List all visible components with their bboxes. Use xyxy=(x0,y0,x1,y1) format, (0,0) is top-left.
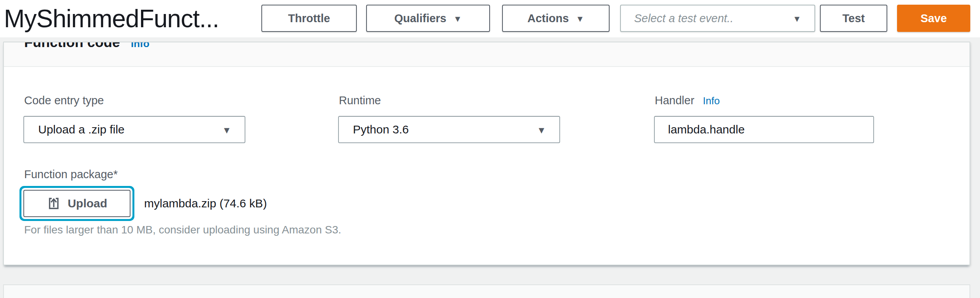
handler-label: HandlerInfo xyxy=(655,94,720,107)
save-button-label: Save xyxy=(920,12,947,25)
function-name-title: MyShimmedFunct... xyxy=(4,1,219,37)
upload-button-label: Upload xyxy=(68,197,108,210)
throttle-button-label: Throttle xyxy=(288,12,330,25)
caret-down-icon: ▼ xyxy=(453,15,462,23)
runtime-select[interactable]: Python 3.6 ▼ xyxy=(338,116,560,143)
function-code-title-text: Function code xyxy=(24,42,120,50)
actions-button-label: Actions xyxy=(527,12,569,25)
upload-button[interactable]: Upload xyxy=(23,190,130,217)
test-event-placeholder: Select a test event.. xyxy=(634,12,733,25)
caret-down-icon: ▼ xyxy=(537,126,546,135)
function-code-panel: Function codeInfo Code entry type Runtim… xyxy=(3,42,970,265)
code-entry-type-value: Upload a .zip file xyxy=(38,123,125,136)
save-button[interactable]: Save xyxy=(897,5,970,32)
handler-info-link[interactable]: Info xyxy=(703,95,720,107)
lambda-console-screen: Function codeInfo Code entry type Runtim… xyxy=(0,0,980,298)
next-panel-peek xyxy=(3,284,970,298)
handler-label-text: Handler xyxy=(655,94,694,107)
upload-helper-text: For files larger than 10 MB, consider up… xyxy=(24,224,341,236)
runtime-value: Python 3.6 xyxy=(353,123,409,136)
qualifiers-button[interactable]: Qualifiers ▼ xyxy=(366,5,490,32)
test-event-select[interactable]: Select a test event.. ▼ xyxy=(620,5,815,32)
test-button-label: Test xyxy=(843,12,865,25)
upload-icon xyxy=(47,196,61,210)
uploaded-file-info: mylambda.zip (74.6 kB) xyxy=(144,190,267,217)
actions-button[interactable]: Actions ▼ xyxy=(502,5,610,32)
runtime-label: Runtime xyxy=(339,94,381,107)
handler-input[interactable] xyxy=(654,116,874,143)
function-package-label: Function package* xyxy=(24,168,118,181)
caret-down-icon: ▼ xyxy=(222,126,231,135)
function-header-bar: MyShimmedFunct... Throttle Qualifiers ▼ … xyxy=(0,0,980,37)
function-code-info-link[interactable]: Info xyxy=(131,42,150,49)
caret-down-icon: ▼ xyxy=(576,15,584,23)
throttle-button[interactable]: Throttle xyxy=(261,5,357,32)
code-entry-type-label: Code entry type xyxy=(24,94,104,107)
qualifiers-button-label: Qualifiers xyxy=(394,12,446,25)
code-entry-type-select[interactable]: Upload a .zip file ▼ xyxy=(23,116,245,143)
caret-down-icon: ▼ xyxy=(793,15,801,23)
function-code-title: Function codeInfo xyxy=(24,42,150,51)
test-button[interactable]: Test xyxy=(820,5,887,32)
